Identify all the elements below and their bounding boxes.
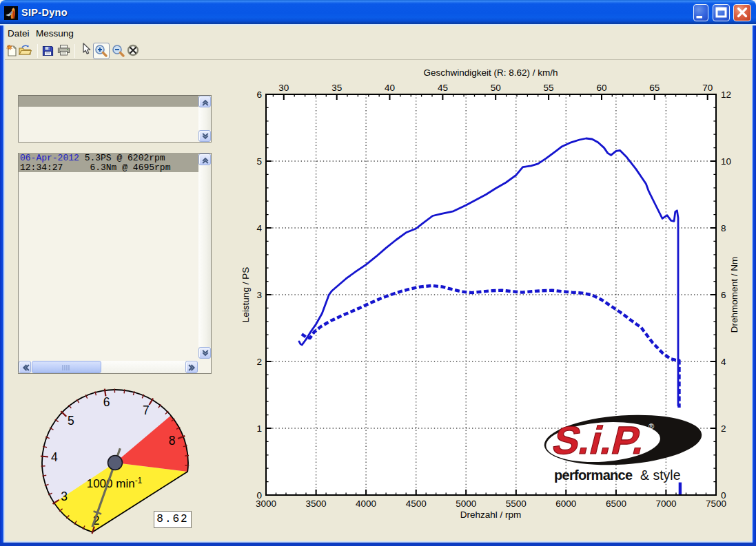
svg-text:8: 8 bbox=[721, 223, 726, 233]
svg-text:12: 12 bbox=[721, 90, 731, 100]
svg-text:65: 65 bbox=[649, 83, 660, 93]
svg-text:6: 6 bbox=[103, 395, 110, 409]
svg-text:70: 70 bbox=[702, 83, 713, 93]
svg-text:55: 55 bbox=[544, 83, 554, 93]
svg-text:6000: 6000 bbox=[555, 498, 576, 509]
svg-text:3: 3 bbox=[256, 290, 262, 300]
svg-text:5000: 5000 bbox=[456, 498, 476, 509]
svg-text:Leistung / PS: Leistung / PS bbox=[241, 267, 251, 322]
svg-text:6500: 6500 bbox=[606, 498, 626, 509]
svg-text:0: 0 bbox=[721, 490, 726, 501]
svg-text:45: 45 bbox=[438, 83, 448, 93]
svg-text:30: 30 bbox=[278, 83, 289, 93]
svg-text:3500: 3500 bbox=[306, 498, 327, 509]
svg-text:Drehmoment / Nm: Drehmoment / Nm bbox=[729, 257, 739, 333]
svg-text:4: 4 bbox=[721, 357, 726, 367]
svg-text:2: 2 bbox=[721, 423, 726, 434]
svg-text:performance: performance bbox=[554, 468, 633, 483]
svg-text:1: 1 bbox=[256, 423, 262, 434]
svg-text:10: 10 bbox=[721, 156, 731, 167]
svg-text:5500: 5500 bbox=[506, 498, 527, 509]
svg-text:6: 6 bbox=[256, 90, 262, 100]
svg-text:50: 50 bbox=[491, 83, 501, 93]
svg-text:Drehzahl / rpm: Drehzahl / rpm bbox=[460, 510, 522, 520]
svg-text:0: 0 bbox=[256, 490, 262, 501]
svg-text:35: 35 bbox=[331, 83, 342, 93]
svg-text:4: 4 bbox=[256, 223, 262, 233]
svg-text:Geschwindigkeit (R: 8.62) / km: Geschwindigkeit (R: 8.62) / km/h bbox=[423, 67, 558, 78]
svg-text:1000 min-1: 1000 min-1 bbox=[87, 476, 143, 490]
svg-text:4000: 4000 bbox=[356, 498, 376, 509]
svg-text:S.i.P.: S.i.P. bbox=[549, 419, 651, 462]
svg-text:4500: 4500 bbox=[406, 498, 427, 509]
svg-text:6: 6 bbox=[721, 290, 726, 300]
svg-text:5: 5 bbox=[256, 156, 262, 167]
svg-text:4: 4 bbox=[51, 450, 58, 464]
svg-text:7: 7 bbox=[143, 403, 150, 417]
svg-text:60: 60 bbox=[596, 83, 606, 93]
svg-text:8: 8 bbox=[169, 434, 176, 448]
svg-text:7000: 7000 bbox=[655, 498, 676, 509]
svg-text:& style: & style bbox=[640, 468, 681, 483]
svg-text:3: 3 bbox=[61, 490, 68, 503]
svg-text:2: 2 bbox=[256, 357, 262, 367]
svg-text:®: ® bbox=[648, 422, 654, 430]
svg-text:5: 5 bbox=[68, 414, 74, 428]
svg-text:40: 40 bbox=[385, 83, 395, 93]
